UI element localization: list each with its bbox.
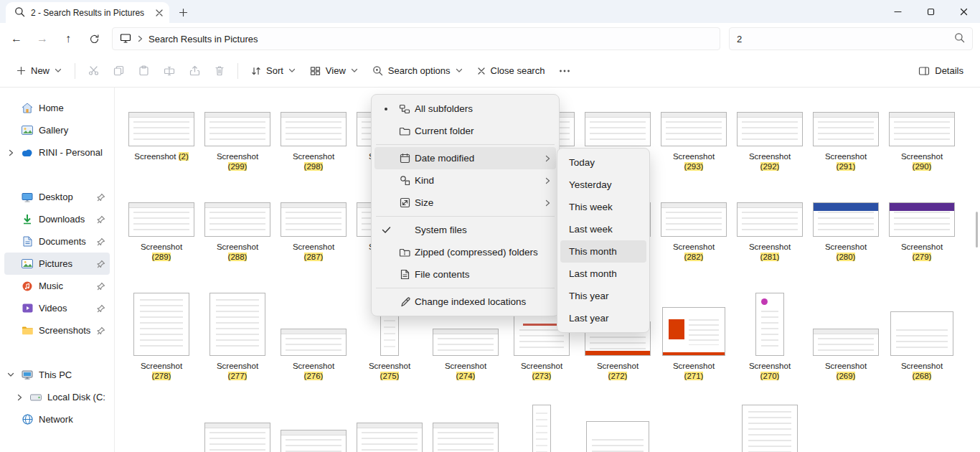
copy-button[interactable] bbox=[107, 59, 131, 83]
sort-button[interactable]: Sort bbox=[245, 59, 302, 83]
sidebar-item-screenshots[interactable]: Screenshots bbox=[4, 319, 110, 342]
share-button[interactable] bbox=[183, 59, 207, 83]
refresh-button[interactable] bbox=[82, 27, 106, 50]
file-item[interactable]: Screenshot (270) bbox=[732, 271, 808, 391]
search-box[interactable] bbox=[729, 27, 973, 50]
sidebar-item-this-pc[interactable]: This PC bbox=[4, 364, 110, 386]
sidebar-gap bbox=[4, 164, 110, 186]
file-item[interactable] bbox=[275, 391, 352, 452]
file-item[interactable]: Screenshot (277) bbox=[199, 271, 275, 391]
submenu-item-today[interactable]: Today bbox=[560, 151, 646, 174]
file-base-name: Screenshot bbox=[825, 362, 867, 370]
file-item[interactable]: Screenshot (281) bbox=[732, 181, 808, 271]
address-bar[interactable]: Search Results in Pictures bbox=[112, 27, 720, 50]
tab-close-icon[interactable] bbox=[155, 9, 164, 17]
back-button[interactable]: ← bbox=[4, 27, 29, 50]
submenu-item-last-month[interactable]: Last month bbox=[560, 263, 646, 285]
up-button[interactable]: ↑ bbox=[56, 27, 80, 50]
file-grid-row-partial bbox=[123, 391, 980, 452]
sidebar-item-home[interactable]: Home bbox=[4, 97, 110, 119]
file-item[interactable]: Screenshot (290) bbox=[884, 90, 960, 181]
file-item[interactable] bbox=[732, 391, 808, 452]
file-item[interactable]: Screenshot (291) bbox=[808, 90, 884, 181]
submenu-item-last-year[interactable]: Last year bbox=[560, 307, 646, 329]
file-item[interactable]: Screenshot (268) bbox=[884, 271, 960, 391]
chevron-right-icon[interactable] bbox=[6, 149, 16, 156]
menu-item-zipped-compressed-folders[interactable]: Zipped (compressed) folders bbox=[374, 241, 556, 263]
file-item[interactable]: Screenshot (293) bbox=[656, 90, 732, 181]
menu-item-size[interactable]: Size bbox=[374, 192, 556, 214]
sidebar-item-local-disk-c[interactable]: Local Disk (C:) bbox=[13, 386, 110, 408]
thumbnail-wrap bbox=[732, 181, 808, 237]
minimize-button[interactable] bbox=[881, 0, 914, 23]
file-item[interactable]: Screenshot (298) bbox=[275, 90, 352, 181]
checkmark-icon bbox=[377, 226, 395, 234]
submenu-item-this-year[interactable]: This year bbox=[560, 285, 646, 307]
close-window-button[interactable] bbox=[947, 0, 980, 23]
file-item[interactable]: Screenshot (287) bbox=[275, 181, 352, 271]
sidebar-item-network[interactable]: Network bbox=[4, 408, 110, 430]
chevron-right-icon[interactable] bbox=[14, 394, 24, 401]
file-thumbnail bbox=[281, 202, 347, 237]
submenu-item-last-week[interactable]: Last week bbox=[560, 218, 646, 240]
file-item[interactable]: Screenshot (282) bbox=[656, 181, 732, 271]
submenu-item-yesterday[interactable]: Yesterday bbox=[560, 174, 646, 196]
delete-button[interactable] bbox=[208, 59, 231, 83]
search-options-button[interactable]: Search options bbox=[366, 59, 469, 83]
file-item[interactable]: Screenshot (276) bbox=[275, 271, 352, 391]
file-item[interactable]: Screenshot (269) bbox=[808, 271, 884, 391]
file-item[interactable]: Screenshot (292) bbox=[732, 90, 808, 181]
menu-item-change-indexed-locations[interactable]: Change indexed locations bbox=[374, 291, 556, 313]
explorer-tab[interactable]: 2 - Search Results in Pictures bbox=[6, 2, 169, 23]
file-item[interactable]: Screenshot (299) bbox=[199, 90, 275, 181]
file-item[interactable] bbox=[428, 391, 504, 452]
sidebar-item-label: Desktop bbox=[39, 192, 93, 202]
menu-item-kind[interactable]: Kind bbox=[374, 169, 556, 192]
paste-button[interactable] bbox=[132, 59, 156, 83]
file-item[interactable]: Screenshot (2) bbox=[123, 90, 199, 181]
file-item[interactable]: Screenshot (278) bbox=[123, 271, 199, 391]
breadcrumb[interactable]: Search Results in Pictures bbox=[149, 34, 258, 44]
sidebar-item-desktop[interactable]: Desktop bbox=[4, 186, 110, 208]
ellipsis-icon bbox=[559, 70, 570, 72]
new-button[interactable]: New bbox=[10, 59, 68, 83]
menu-item-file-contents[interactable]: File contents bbox=[374, 263, 556, 286]
new-tab-button[interactable] bbox=[172, 3, 194, 22]
menu-item-system-files[interactable]: System files bbox=[374, 219, 556, 241]
maximize-button[interactable] bbox=[914, 0, 947, 23]
file-item[interactable]: Screenshot (280) bbox=[808, 181, 884, 271]
chevron-down-icon[interactable] bbox=[6, 372, 16, 377]
view-button[interactable]: View bbox=[303, 59, 364, 83]
submenu-item-this-month[interactable]: This month bbox=[560, 240, 646, 263]
details-button[interactable]: Details bbox=[912, 59, 970, 83]
file-item[interactable] bbox=[199, 391, 275, 452]
menu-item-all-subfolders[interactable]: All subfolders bbox=[374, 98, 556, 120]
file-item[interactable]: Screenshot (289) bbox=[123, 181, 199, 271]
sidebar-item-music[interactable]: Music bbox=[4, 275, 110, 297]
scrollbar-thumb[interactable] bbox=[976, 212, 978, 248]
gallery-icon bbox=[20, 126, 34, 135]
file-item[interactable] bbox=[504, 391, 580, 452]
more-options-button[interactable] bbox=[552, 59, 577, 83]
menu-item-date-modified[interactable]: Date modified bbox=[374, 147, 556, 169]
close-search-button[interactable]: Close search bbox=[471, 59, 552, 83]
rename-button[interactable] bbox=[157, 59, 182, 83]
sidebar-item-downloads[interactable]: Downloads bbox=[4, 208, 110, 230]
forward-button[interactable]: → bbox=[30, 27, 55, 50]
file-item[interactable]: Screenshot (288) bbox=[199, 181, 275, 271]
file-item[interactable] bbox=[352, 391, 428, 452]
menu-item-current-folder[interactable]: Current folder bbox=[374, 120, 556, 142]
file-item[interactable] bbox=[580, 391, 656, 452]
sidebar-item-pictures[interactable]: Pictures bbox=[4, 253, 110, 275]
sidebar-item-rini-personal[interactable]: RINI - Personal bbox=[4, 141, 110, 164]
file-item[interactable]: Screenshot (279) bbox=[884, 181, 960, 271]
paste-icon bbox=[138, 65, 149, 76]
submenu-item-this-week[interactable]: This week bbox=[560, 196, 646, 218]
cut-button[interactable] bbox=[82, 59, 105, 83]
search-input[interactable] bbox=[737, 34, 954, 44]
search-match-highlight: (276) bbox=[304, 372, 324, 380]
sidebar-item-documents[interactable]: Documents bbox=[4, 230, 110, 253]
sidebar-item-gallery[interactable]: Gallery bbox=[4, 119, 110, 141]
sidebar-item-videos[interactable]: Videos bbox=[4, 297, 110, 319]
file-item[interactable]: Screenshot (271) bbox=[656, 271, 732, 391]
